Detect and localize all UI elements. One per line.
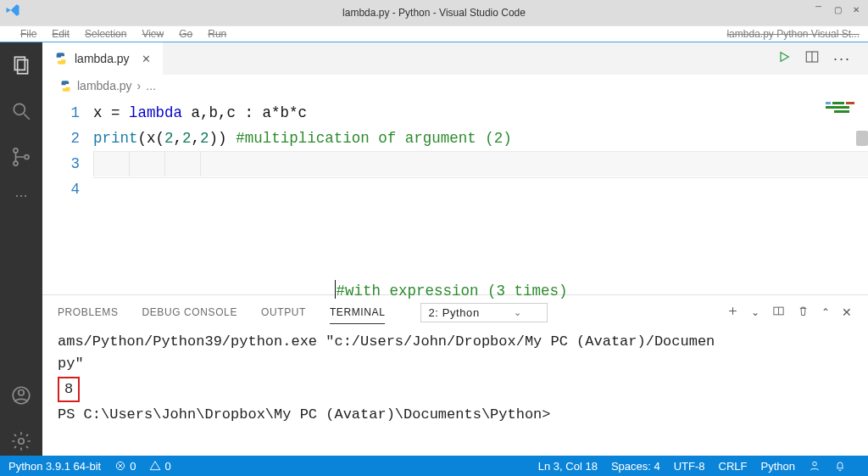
status-language[interactable]: Python [761, 460, 795, 473]
menu-go[interactable]: Go [179, 28, 192, 40]
search-icon[interactable] [10, 100, 32, 126]
editor-gutter: 1 2 3 4 [42, 100, 93, 294]
activity-bar: ··· [0, 42, 42, 456]
menu-view[interactable]: View [142, 28, 164, 40]
close-icon[interactable]: ✕ [142, 53, 151, 65]
status-error-count: 0 [130, 460, 136, 473]
chevron-down-icon[interactable]: ⌄ [751, 306, 760, 318]
term-line: ams/Python/Python39/python.exe "c:/Users… [58, 331, 853, 353]
svg-point-5 [14, 161, 18, 165]
svg-point-8 [19, 390, 25, 396]
term-prompt: PS C:\Users\John\Dropbox\My PC (Avatar)\… [58, 404, 853, 426]
terminal-selector-label: 2: Python [428, 306, 479, 319]
line-number: 2 [42, 126, 80, 151]
menu-file[interactable]: File [20, 28, 36, 40]
svg-point-6 [25, 155, 29, 160]
window-maximize-button[interactable] [834, 3, 844, 14]
code-line-4 [93, 176, 868, 202]
status-feedback-icon[interactable] [809, 460, 821, 472]
settings-gear-icon[interactable] [10, 430, 32, 456]
menu-selection[interactable]: Selection [85, 28, 126, 40]
svg-point-2 [14, 104, 25, 115]
tab-lambda-py[interactable]: lambda.py ✕ [42, 42, 163, 75]
accounts-icon[interactable] [10, 384, 32, 410]
status-spaces[interactable]: Spaces: 4 [611, 460, 660, 473]
svg-point-4 [14, 148, 18, 153]
chevron-up-icon[interactable]: ⌃ [821, 306, 831, 318]
terminal-selector[interactable]: 2: Python ⌄ [420, 303, 548, 322]
svg-point-15 [813, 462, 817, 466]
new-terminal-button[interactable] [726, 305, 739, 320]
line-number: 3 [42, 151, 80, 176]
status-eol[interactable]: CRLF [719, 460, 748, 473]
menu-run[interactable]: Run [208, 28, 226, 40]
menu-bar: File Edit Selection View Go Run lambda.p… [0, 25, 868, 42]
status-warn-count: 0 [164, 460, 170, 473]
status-bar: Python 3.9.1 64-bit 0 0 Ln 3, Col 18 Spa… [0, 456, 868, 476]
menu-edit[interactable]: Edit [52, 28, 70, 40]
panel-tab-terminal[interactable]: TERMINAL [330, 306, 385, 324]
source-control-icon[interactable] [10, 146, 32, 171]
tab-label: lambda.py [75, 52, 130, 65]
title-bar: lambda.py - Python - Visual Studio Code [0, 0, 868, 25]
svg-rect-1 [18, 60, 28, 74]
editor-content[interactable]: x = lambda a,b,c : a*b*c print(x(2,2,2))… [93, 100, 868, 294]
window-close-button[interactable] [853, 3, 863, 14]
code-line-2: print(x(2,2,2)) #multiplication of argum… [93, 126, 868, 151]
breadcrumb-rest: ... [146, 79, 156, 92]
line-number: 1 [42, 100, 80, 126]
panel-tab-output[interactable]: OUTPUT [261, 306, 306, 318]
split-editor-icon[interactable] [804, 49, 820, 68]
status-bell-icon[interactable] [834, 460, 846, 472]
scrollbar-thumb[interactable] [856, 131, 868, 146]
status-interpreter[interactable]: Python 3.9.1 64-bit [8, 460, 101, 473]
python-file-icon [59, 80, 72, 92]
svg-point-9 [19, 439, 25, 445]
python-file-icon [54, 52, 68, 65]
menu-decoy: lambda.py Python Visual St... [726, 28, 860, 40]
status-errors[interactable]: 0 [114, 460, 136, 473]
terminal-output[interactable]: ams/Python/Python39/python.exe "c:/Users… [42, 329, 868, 456]
text-cursor [335, 280, 336, 299]
error-icon [114, 460, 126, 472]
svg-line-3 [24, 114, 30, 120]
chevron-down-icon: ⌄ [514, 307, 522, 318]
editor-more-icon[interactable]: ··· [833, 50, 851, 68]
code-line-1: x = lambda a,b,c : a*b*c [93, 100, 868, 126]
breadcrumb-file: lambda.py [77, 79, 132, 92]
bottom-panel: PROBLEMS DEBUG CONSOLE OUTPUT TERMINAL 2… [42, 294, 868, 456]
line-number: 4 [42, 176, 80, 202]
tab-bar: lambda.py ✕ ··· [42, 42, 868, 75]
vscode-logo-icon [5, 3, 20, 18]
svg-rect-0 [14, 57, 25, 70]
close-panel-icon[interactable]: ✕ [842, 305, 853, 319]
run-button[interactable] [777, 50, 791, 67]
code-editor[interactable]: 1 2 3 4 x = lambda a,b,c : a*b*c print(x… [42, 97, 868, 294]
main-area: lambda.py ✕ ··· lambda.py › ... [42, 42, 868, 456]
editor-scrollbar[interactable] [856, 97, 868, 294]
status-encoding[interactable]: UTF-8 [674, 460, 705, 473]
code-line-3: #with expression (3 times) [93, 151, 868, 176]
breadcrumb[interactable]: lambda.py › ... [42, 75, 868, 97]
status-warnings[interactable]: 0 [149, 460, 170, 473]
window-title: lambda.py - Python - Visual Studio Code [342, 7, 526, 19]
split-terminal-icon[interactable] [772, 305, 785, 320]
term-line: py" [58, 353, 853, 375]
trash-icon[interactable] [797, 305, 810, 320]
term-result-highlight: 8 [58, 377, 80, 402]
activity-more-icon[interactable]: ··· [10, 192, 32, 199]
window-minimize-button[interactable] [815, 3, 826, 14]
warning-icon [149, 460, 161, 472]
breadcrumb-separator: › [137, 79, 142, 92]
status-ln-col[interactable]: Ln 3, Col 18 [538, 460, 598, 473]
explorer-icon[interactable] [10, 54, 32, 80]
